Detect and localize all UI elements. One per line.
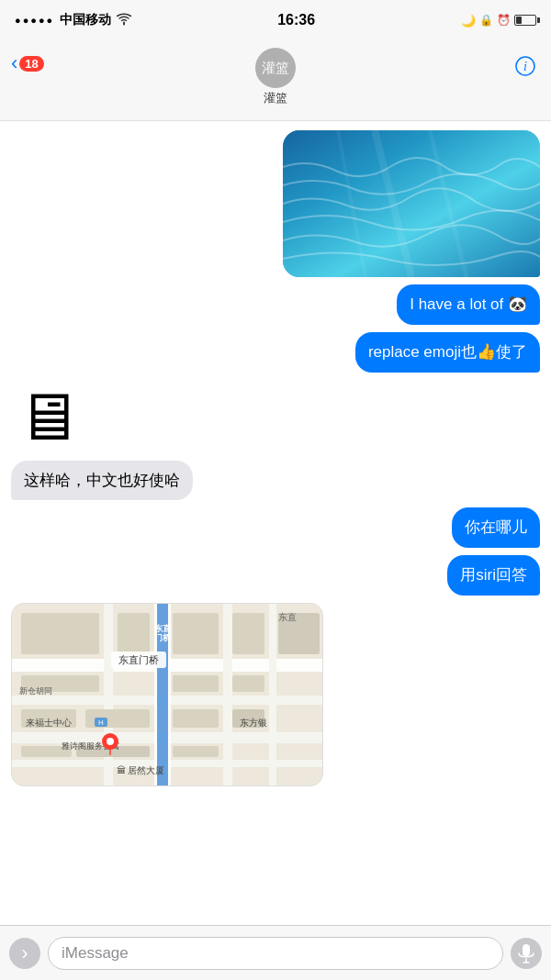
- table-row: replace emoji也👍使了: [11, 332, 540, 373]
- expand-button[interactable]: ›: [9, 938, 40, 969]
- svg-rect-10: [104, 604, 113, 786]
- alarm-icon: ⏰: [497, 14, 511, 27]
- table-row: 东直 门桥 东直门桥 东直 新仓胡同 来福士中心 H 东方银 雅诗阁服务公寓 �: [11, 603, 540, 786]
- nav-bar: ‹ 18 灌篮 灌篮 i: [0, 40, 551, 121]
- input-placeholder: iMessage: [62, 944, 129, 963]
- chevron-left-icon: ‹: [11, 53, 17, 73]
- back-badge: 18: [19, 56, 43, 72]
- svg-text:东方银: 东方银: [240, 718, 267, 728]
- svg-rect-21: [232, 675, 264, 692]
- svg-text:东直门桥: 东直门桥: [118, 654, 159, 665]
- svg-text:🏛 居然大厦: 🏛 居然大厦: [117, 765, 165, 775]
- carrier-label: 中国移动: [60, 12, 111, 28]
- message-bubble: 你在哪儿: [452, 507, 540, 548]
- message-bubble: I have a lot of 🐼: [397, 284, 540, 325]
- message-text: 你在哪儿: [465, 518, 527, 536]
- table-row: [11, 130, 540, 277]
- message-input[interactable]: iMessage: [48, 937, 503, 970]
- map-bubble[interactable]: 东直 门桥 东直门桥 东直 新仓胡同 来福士中心 H 东方银 雅诗阁服务公寓 �: [11, 603, 323, 786]
- svg-point-42: [107, 738, 114, 745]
- lock-icon: 🔒: [479, 14, 493, 27]
- signal-dots: ●●●●●: [15, 15, 54, 26]
- table-row: 用siri回答: [11, 555, 540, 596]
- table-row: I have a lot of 🐼: [11, 284, 540, 325]
- mic-button[interactable]: [511, 938, 542, 969]
- chevron-right-icon: ›: [21, 943, 28, 963]
- info-button[interactable]: i: [514, 55, 536, 83]
- message-text: replace emoji也👍使了: [368, 343, 527, 361]
- status-right: 🌙 🔒 ⏰: [461, 14, 536, 28]
- svg-rect-14: [21, 613, 99, 654]
- svg-rect-28: [173, 746, 219, 757]
- chat-area: I have a lot of 🐼 replace emoji也👍使了 🖥 这样…: [0, 121, 551, 925]
- wifi-icon: [117, 13, 131, 28]
- image-bubble[interactable]: [283, 130, 540, 277]
- status-time: 16:36: [277, 12, 315, 28]
- status-left: ●●●●● 中国移动: [15, 12, 131, 28]
- svg-text:东直: 东直: [154, 623, 172, 633]
- message-bubble: 这样哈，中文也好使哈: [11, 461, 193, 501]
- emoji-message: 🖥: [11, 380, 84, 453]
- svg-text:来福士中心: 来福士中心: [26, 718, 72, 728]
- svg-rect-17: [232, 613, 264, 654]
- status-bar: ●●●●● 中国移动 16:36 🌙 🔒 ⏰: [0, 0, 551, 40]
- svg-rect-44: [523, 944, 530, 956]
- contact-name: 灌篮: [264, 90, 287, 106]
- table-row: 这样哈，中文也好使哈: [11, 461, 540, 501]
- svg-rect-24: [173, 709, 219, 728]
- table-row: 你在哪儿: [11, 507, 540, 548]
- svg-text:东直: 东直: [278, 612, 297, 622]
- message-bubble: replace emoji也👍使了: [355, 332, 540, 373]
- battery-icon: [514, 15, 536, 26]
- message-bubble: 用siri回答: [447, 555, 540, 596]
- input-bar: › iMessage: [0, 925, 551, 980]
- svg-rect-11: [223, 604, 232, 786]
- svg-rect-16: [173, 613, 219, 654]
- table-row: 🖥: [11, 380, 540, 453]
- contact-avatar: 灌篮: [255, 48, 296, 88]
- svg-text:新仓胡同: 新仓胡同: [19, 686, 52, 696]
- svg-rect-20: [173, 675, 219, 692]
- svg-text:门桥: 门桥: [154, 632, 172, 642]
- back-button[interactable]: ‹ 18: [11, 53, 44, 73]
- message-text: I have a lot of 🐼: [410, 295, 527, 313]
- svg-rect-15: [118, 613, 150, 654]
- message-text: 这样哈，中文也好使哈: [24, 472, 180, 489]
- svg-text:H: H: [98, 718, 104, 727]
- moon-icon: 🌙: [461, 14, 476, 28]
- svg-text:i: i: [523, 60, 527, 73]
- message-text: 用siri回答: [460, 566, 527, 584]
- svg-rect-12: [269, 604, 276, 786]
